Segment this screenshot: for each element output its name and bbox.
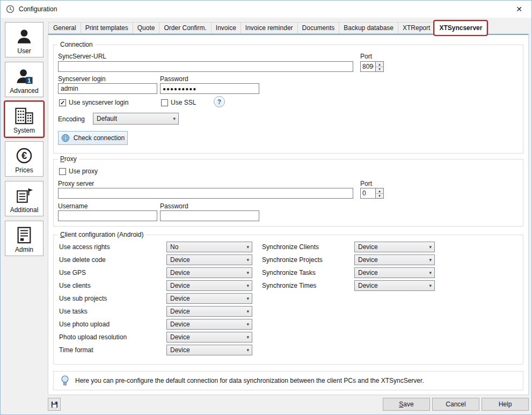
use-access-rights-select[interactable]: No▾ — [166, 242, 252, 252]
chevron-down-icon: ▾ — [246, 334, 249, 340]
tab-documents[interactable]: Documents — [297, 22, 340, 34]
tab-quote[interactable]: Quote — [133, 22, 160, 34]
syncserver-url-input[interactable] — [58, 61, 353, 72]
advanced-icon-wrap: 1 — [15, 65, 33, 87]
config-label: Use photo upload — [59, 321, 166, 328]
photo-upload-resolution-select[interactable]: Device▾ — [166, 332, 252, 343]
tab-print-templates[interactable]: Print templates — [81, 22, 133, 34]
spinner-up-icon[interactable]: ▴ — [376, 188, 383, 194]
use-syncserver-login-checkbox[interactable]: ✓ Use syncserver login — [59, 99, 128, 106]
encoding-select[interactable]: Default ▾ — [93, 113, 179, 125]
euro-icon: € — [15, 147, 33, 165]
config-label: Synchronize Tasks — [262, 269, 354, 276]
svg-text:1: 1 — [27, 77, 31, 83]
combo-value: Device — [358, 282, 378, 289]
advanced-icon: 1 — [15, 67, 33, 85]
config-row: Use delete code Device▾ — [59, 254, 252, 265]
proxy-server-label: Proxy server — [58, 180, 94, 187]
config-row: Use clients Device▾ — [59, 280, 252, 291]
sidebar-item-prices[interactable]: € Prices — [5, 141, 43, 177]
app-icon — [6, 5, 14, 13]
chevron-down-icon: ▾ — [246, 270, 249, 275]
tab-invoice[interactable]: Invoice — [211, 22, 241, 34]
chevron-down-icon: ▾ — [246, 309, 249, 314]
synchronize-times-select[interactable]: Device▾ — [354, 280, 435, 291]
building-icon — [14, 107, 34, 125]
help-icon[interactable]: ? — [214, 96, 225, 107]
use-sub-projects-select[interactable]: Device▾ — [166, 293, 252, 304]
save-icon-button[interactable] — [48, 398, 61, 411]
use-photo-upload-select[interactable]: Device▾ — [166, 319, 252, 330]
tab-backup-database[interactable]: Backup database — [339, 22, 398, 34]
proxy-username-input[interactable] — [58, 210, 157, 221]
hint-box: Here you can pre-configure the default c… — [53, 371, 523, 390]
time-format-select[interactable]: Device▾ — [166, 345, 252, 355]
spinner-up-icon[interactable]: ▴ — [376, 62, 383, 67]
sidebar-item-label: Admin — [15, 246, 33, 253]
connection-group: Connection SyncServer-URL Port ▴ ▾ Syncs… — [53, 45, 523, 154]
sidebar-item-label: Additional — [10, 206, 39, 214]
sidebar-item-label: Prices — [15, 166, 33, 174]
tab-xtreport[interactable]: XTReport — [398, 22, 435, 34]
sidebar-item-system[interactable]: System — [5, 101, 43, 137]
port-input[interactable] — [360, 61, 376, 72]
use-delete-code-select[interactable]: Device▾ — [166, 254, 252, 265]
config-row: Use sub projects Device▾ — [59, 293, 252, 304]
config-row: Synchronize Clients Device▾ — [262, 242, 435, 252]
proxy-username-label: Username — [58, 202, 88, 210]
help-button[interactable]: Help — [482, 398, 529, 411]
use-gps-select[interactable]: Device▾ — [166, 267, 252, 278]
proxy-server-input[interactable] — [58, 188, 353, 199]
use-clients-select[interactable]: Device▾ — [166, 280, 252, 291]
save-button[interactable]: Save — [383, 398, 430, 411]
sidebar-item-user[interactable]: User — [5, 22, 43, 57]
password-label: Password — [160, 75, 188, 83]
tab-xtsyncserver[interactable]: XTSyncserver — [434, 21, 487, 35]
synchronize-projects-select[interactable]: Device▾ — [354, 254, 435, 265]
tab-order-confirm[interactable]: Order Confirm. — [159, 22, 211, 34]
config-label: Use sub projects — [59, 295, 166, 302]
checkbox-label: Use proxy — [69, 168, 98, 175]
use-ssl-checkbox[interactable]: Use SSL — [161, 99, 196, 106]
combo-value: Device — [170, 295, 190, 302]
button-label: Check connection — [74, 134, 125, 142]
use-tasks-select[interactable]: Device▾ — [166, 306, 252, 317]
sidebar-item-advanced[interactable]: 1 Advanced — [5, 62, 43, 97]
synchronize-tasks-select[interactable]: Device▾ — [354, 267, 435, 278]
proxy-group: Proxy Use proxy Proxy server Port ▴ ▾ Us… — [53, 159, 523, 227]
config-row: Synchronize Tasks Device▾ — [262, 267, 435, 278]
check-connection-button[interactable]: Check connection — [58, 131, 128, 145]
combo-value: Device — [170, 269, 190, 276]
spinner-down-icon[interactable]: ▾ — [376, 194, 383, 199]
title-bar: Configuration ✕ — [1, 1, 531, 18]
tab-general[interactable]: General — [48, 22, 81, 34]
proxy-port-label: Port — [360, 180, 372, 187]
config-label: Use access rights — [59, 243, 166, 251]
combo-value: No — [170, 243, 178, 251]
chevron-down-icon: ▾ — [246, 296, 249, 301]
sidebar-item-additional[interactable]: Additional — [5, 181, 43, 216]
combo-value: Device — [170, 308, 190, 315]
syncserver-login-input[interactable] — [58, 83, 157, 94]
proxy-legend: Proxy — [58, 155, 79, 163]
use-proxy-checkbox[interactable]: Use proxy — [59, 168, 98, 175]
config-label: Synchronize Times — [262, 282, 354, 289]
checkbox-checked-icon: ✓ — [59, 99, 66, 106]
client-config-legend: Client configuration (Android) — [58, 231, 145, 239]
password-input[interactable] — [160, 83, 259, 94]
proxy-password-input[interactable] — [160, 210, 259, 221]
config-row: Photo upload resolution Device▾ — [59, 332, 252, 343]
sidebar-item-admin[interactable]: Admin — [5, 221, 43, 256]
cancel-button[interactable]: Cancel — [432, 398, 479, 411]
synchronize-clients-select[interactable]: Device▾ — [354, 242, 435, 252]
config-row: Time format Device▾ — [59, 345, 252, 355]
combo-value: Device — [170, 321, 190, 328]
config-row: Use tasks Device▾ — [59, 306, 252, 317]
config-label: Use tasks — [59, 308, 166, 315]
close-button[interactable]: ✕ — [507, 1, 531, 18]
client-config-right-column: Synchronize Clients Device▾ Synchronize … — [262, 242, 435, 291]
admin-icon-wrap — [16, 224, 33, 246]
spinner-down-icon[interactable]: ▾ — [376, 67, 383, 72]
proxy-port-input[interactable] — [360, 188, 376, 199]
tab-invoice-reminder[interactable]: Invoice reminder — [241, 22, 298, 34]
